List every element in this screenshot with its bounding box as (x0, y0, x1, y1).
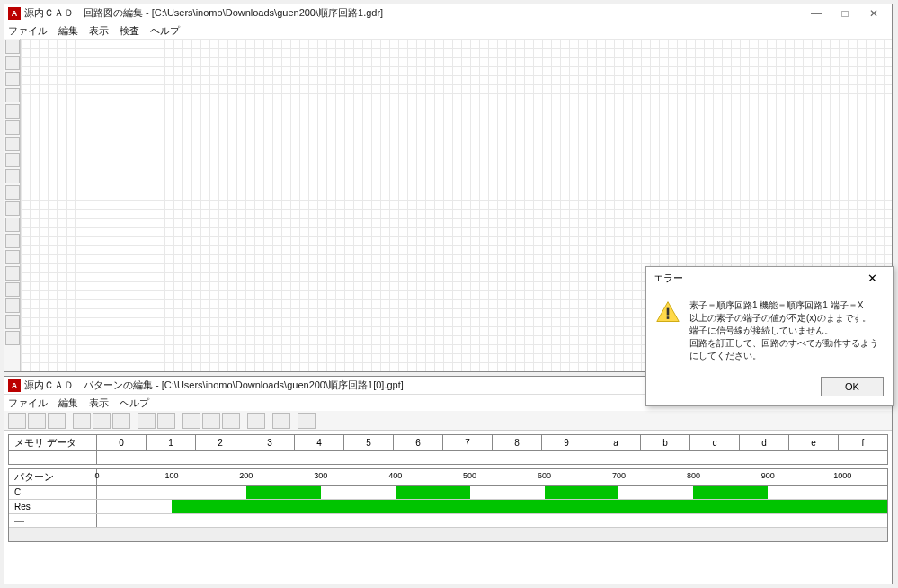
menu-file[interactable]: ファイル (8, 396, 48, 410)
hex-cell[interactable]: 1 (147, 435, 196, 450)
wave-segment (396, 486, 470, 499)
ptool-step[interactable] (138, 413, 156, 429)
minimize-button[interactable]: — (802, 5, 831, 22)
tool-redo[interactable] (5, 185, 20, 200)
tool-wire2[interactable] (5, 88, 20, 102)
wave-scrollbar[interactable] (9, 527, 887, 541)
tick: 600 (538, 471, 551, 480)
tick: 800 (687, 471, 700, 480)
pattern-title: 源内ＣＡＤ パターンの編集 - [C:\Users\inomo\Download… (24, 379, 404, 392)
wave-row-Res: Res (9, 500, 887, 514)
ptool-dev[interactable] (298, 413, 316, 429)
wave-segment (172, 500, 887, 513)
wave-label: Res (9, 500, 97, 513)
maximize-button[interactable]: □ (831, 5, 859, 22)
app-icon: A (8, 379, 21, 392)
ptool-flag[interactable] (112, 413, 130, 429)
hex-cell[interactable]: 2 (196, 435, 245, 450)
svg-rect-5 (667, 316, 670, 319)
tool-misc5[interactable] (5, 331, 20, 345)
circuit-svg: X C Res d q r (21, 39, 290, 174)
ptool-print[interactable] (272, 413, 290, 429)
tool-del[interactable] (5, 153, 20, 167)
tool-misc3[interactable] (5, 298, 20, 313)
memory-label: メモリ データ (9, 435, 97, 450)
tool-sel[interactable] (5, 40, 20, 54)
hex-cell[interactable]: 3 (245, 435, 295, 450)
svg-rect-4 (667, 308, 670, 316)
menu-edit[interactable]: 編集 (58, 396, 78, 410)
dialog-close-button[interactable]: ✕ (858, 269, 885, 289)
ptool-run[interactable] (157, 413, 175, 429)
wave-dash: — (9, 514, 97, 527)
menu-file[interactable]: ファイル (8, 24, 48, 38)
tool-rect[interactable] (5, 56, 20, 70)
tick: 400 (388, 471, 402, 480)
tick: 0 (94, 471, 99, 480)
hex-cell[interactable]: 7 (443, 435, 493, 450)
hex-cell[interactable]: 8 (493, 435, 542, 450)
tool-undo[interactable] (5, 169, 20, 183)
tool-misc4[interactable] (5, 315, 20, 329)
ptool-open[interactable] (28, 413, 46, 429)
close-button[interactable]: ✕ (859, 5, 888, 22)
tool-misc2[interactable] (5, 282, 20, 297)
ptool-save[interactable] (48, 413, 66, 429)
wave-canvas[interactable] (97, 486, 887, 499)
hex-cell[interactable]: a (591, 435, 641, 450)
menu-help[interactable]: ヘルプ (150, 24, 180, 38)
hex-cell[interactable]: b (641, 435, 690, 450)
ptool-help[interactable] (247, 413, 265, 429)
menu-view[interactable]: 表示 (89, 24, 109, 38)
hex-cell[interactable]: 4 (295, 435, 344, 450)
dialog-title: エラー (653, 272, 683, 285)
tool-zoom[interactable] (5, 201, 20, 216)
pattern-label: パターン (9, 469, 97, 485)
memory-ruler: メモリ データ 0123456789abcdef — (8, 434, 888, 465)
tick: 500 (463, 471, 476, 480)
ptool-new[interactable] (8, 413, 26, 429)
hex-cell[interactable]: c (690, 435, 740, 450)
time-ticks: 01002003004005006007008009001000 (97, 469, 887, 485)
hex-cell[interactable]: 9 (542, 435, 591, 450)
waveform-block: パターン 01002003004005006007008009001000 CR… (8, 468, 888, 542)
tool-text[interactable] (5, 137, 20, 151)
ptool-sig[interactable] (222, 413, 240, 429)
wave-label: C (9, 486, 97, 499)
ok-button[interactable]: OK (821, 377, 884, 396)
error-dialog: エラー ✕ 素子＝順序回路1 機能＝順序回路1 端子＝X 以上の素子の端子の値が… (645, 266, 894, 406)
wave-segment (246, 486, 321, 499)
ptool-mark[interactable] (182, 413, 200, 429)
wave-row-C: C (9, 486, 887, 500)
hex-cell[interactable]: e (789, 435, 839, 450)
menu-view[interactable]: 表示 (89, 396, 109, 410)
tool-pal[interactable] (5, 250, 20, 264)
tick: 700 (612, 471, 626, 480)
tool-comp[interactable] (5, 120, 20, 135)
hex-cell[interactable]: 0 (97, 435, 147, 450)
tool-misc1[interactable] (5, 266, 20, 281)
wave-canvas[interactable] (97, 500, 887, 513)
ptool-sel[interactable] (73, 413, 91, 429)
wave-segment (545, 486, 619, 499)
hex-cell[interactable]: d (740, 435, 789, 450)
circuit-titlebar[interactable]: A 源内ＣＡＤ 回路図の編集 - [C:\Users\inomo\Downloa… (4, 4, 892, 22)
dialog-titlebar[interactable]: エラー ✕ (646, 267, 893, 290)
pattern-editor-window: A 源内ＣＡＤ パターンの編集 - [C:\Users\inomo\Downlo… (4, 376, 893, 584)
tick: 1000 (833, 471, 851, 480)
tool-color[interactable] (5, 218, 20, 232)
memory-dash: — (9, 451, 97, 464)
hex-cell[interactable]: 5 (344, 435, 394, 450)
tool-wire[interactable] (5, 72, 20, 86)
ptool-zoom[interactable] (93, 413, 111, 429)
tick: 200 (239, 471, 253, 480)
ptool-clr[interactable] (202, 413, 220, 429)
menu-help[interactable]: ヘルプ (120, 396, 149, 410)
tick: 100 (164, 471, 178, 480)
menu-check[interactable]: 検査 (120, 24, 139, 38)
tool-node[interactable] (5, 104, 20, 119)
hex-cell[interactable]: f (839, 435, 887, 450)
tool-q[interactable] (5, 234, 20, 248)
hex-cell[interactable]: 6 (394, 435, 443, 450)
menu-edit[interactable]: 編集 (58, 24, 78, 38)
